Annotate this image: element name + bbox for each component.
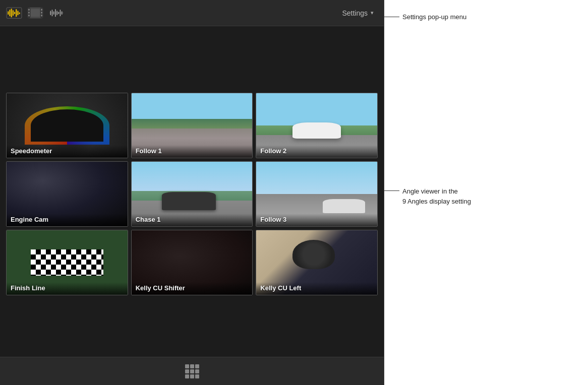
- angle-viewer-annotation: Angle viewer in the9 Angles display sett…: [384, 186, 471, 206]
- svg-rect-14: [28, 15, 29, 16]
- settings-chevron: ▾: [371, 10, 374, 16]
- svg-rect-7: [17, 11, 18, 15]
- angle-annotation-line: [384, 190, 399, 191]
- filmstrip-icon[interactable]: [27, 6, 43, 20]
- angle-cell-engine-cam[interactable]: Engine Cam: [6, 161, 128, 227]
- svg-rect-12: [28, 9, 29, 10]
- settings-label: Settings: [342, 9, 368, 17]
- grid-dot-4: [185, 369, 189, 373]
- video-waveform-icon[interactable]: [6, 6, 22, 20]
- angle-annotation-text: Angle viewer in the9 Angles display sett…: [402, 186, 471, 206]
- main-content: Speedometer Follow 1 Follow 2 Engine Cam…: [0, 26, 384, 357]
- engine-cam-label: Engine Cam: [7, 214, 128, 226]
- angle-cell-kelly-left[interactable]: Kelly CU Left: [256, 230, 378, 295]
- angle-cell-kelly-shifter[interactable]: Kelly CU Shifter: [131, 230, 253, 295]
- svg-rect-13: [28, 12, 29, 13]
- speedometer-label: Speedometer: [7, 145, 128, 158]
- grid-spacer: [6, 32, 378, 93]
- settings-annotation: Settings pop-up menu: [384, 13, 466, 21]
- angle-cell-follow2[interactable]: Follow 2: [256, 93, 378, 158]
- bottom-bar: [0, 357, 384, 385]
- angle-viewer-panel: Settings ▾ Speedometer Follow 1 Follow 2: [0, 0, 384, 385]
- svg-rect-8: [19, 12, 20, 14]
- grid-dot-6: [195, 369, 199, 373]
- toolbar-left: [6, 6, 65, 20]
- angle-cell-finish-line[interactable]: Finish Line: [6, 230, 128, 295]
- svg-rect-16: [41, 12, 42, 13]
- settings-button[interactable]: Settings ▾: [338, 7, 378, 19]
- svg-rect-3: [11, 9, 12, 17]
- grid-dot-9: [195, 374, 199, 378]
- grid-dot-1: [185, 364, 189, 368]
- grid-dot-2: [190, 364, 194, 368]
- chase1-label: Chase 1: [132, 214, 253, 226]
- follow1-label: Follow 1: [132, 145, 253, 158]
- kelly-left-label: Kelly CU Left: [256, 282, 377, 295]
- grid-dot-8: [190, 374, 194, 378]
- grid-dot-7: [185, 374, 189, 378]
- finish-line-label: Finish Line: [7, 282, 128, 295]
- svg-rect-5: [14, 12, 15, 14]
- grid-dot-5: [190, 369, 194, 373]
- kelly-shifter-label: Kelly CU Shifter: [132, 282, 253, 295]
- grid-view-icon[interactable]: [185, 364, 199, 378]
- angle-cell-follow3[interactable]: Follow 3: [256, 161, 378, 227]
- svg-rect-17: [41, 15, 42, 16]
- svg-rect-1: [8, 11, 9, 14]
- angle-cell-follow1[interactable]: Follow 1: [131, 93, 253, 158]
- angle-cell-chase1[interactable]: Chase 1: [131, 161, 253, 227]
- svg-rect-6: [16, 9, 17, 17]
- grid-dot-3: [195, 364, 199, 368]
- svg-rect-18: [31, 9, 40, 17]
- follow2-label: Follow 2: [256, 145, 377, 158]
- toolbar: Settings ▾: [0, 0, 384, 26]
- settings-annotation-line: [384, 17, 399, 17]
- annotation-panel: Settings pop-up menu Angle viewer in the…: [384, 0, 588, 385]
- audio-waveform-icon[interactable]: [48, 6, 65, 20]
- follow3-label: Follow 3: [256, 214, 377, 226]
- angle-grid: Speedometer Follow 1 Follow 2 Engine Cam…: [6, 93, 378, 295]
- svg-rect-15: [41, 9, 42, 10]
- angle-cell-speedometer[interactable]: Speedometer: [6, 93, 128, 158]
- svg-rect-4: [13, 10, 14, 16]
- svg-rect-2: [9, 10, 10, 16]
- settings-annotation-text: Settings pop-up menu: [402, 13, 466, 21]
